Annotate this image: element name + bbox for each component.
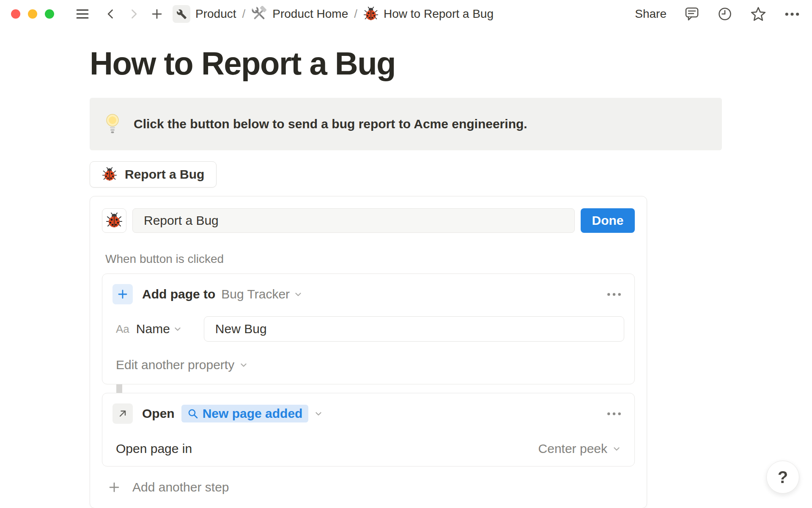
back-icon[interactable] (105, 8, 117, 20)
ladybug-icon (106, 212, 123, 229)
window-topbar: Product / Product Home / (0, 0, 812, 28)
breadcrumb-separator: / (353, 7, 358, 21)
breadcrumb-item-current-page[interactable]: How to Report a Bug (363, 6, 494, 22)
target-database-select[interactable]: Bug Tracker (221, 287, 302, 301)
step-menu-icon[interactable] (604, 409, 624, 419)
open-page-in-select[interactable]: Center peek (538, 442, 621, 456)
breadcrumb-label: How to Report a Bug (384, 7, 494, 21)
zoom-window-button[interactable] (45, 9, 54, 19)
help-button[interactable]: ? (766, 461, 799, 494)
sidebar-menu-icon[interactable] (75, 8, 90, 20)
arrow-up-right-icon (112, 403, 133, 424)
step-menu-icon[interactable] (604, 290, 624, 299)
page-title[interactable]: How to Report a Bug (90, 45, 812, 82)
trigger-label: When button is clicked (105, 252, 635, 266)
wrench-icon (173, 5, 190, 23)
chevron-down-icon (294, 290, 302, 298)
breadcrumb-separator: / (241, 7, 247, 21)
minimize-window-button[interactable] (28, 9, 37, 19)
step-action-label: Open (142, 406, 175, 421)
button-emoji-picker[interactable] (102, 208, 126, 233)
step-card-add-page: Add page to Bug Tracker Aa Name (102, 273, 635, 384)
step-action-label: Add page to (142, 287, 215, 301)
report-a-bug-button[interactable]: Report a Bug (90, 161, 217, 188)
chevron-down-icon (612, 444, 621, 453)
close-window-button[interactable] (11, 9, 20, 19)
favorite-star-icon[interactable] (750, 6, 766, 22)
breadcrumb-item-product-home[interactable]: Product Home (251, 6, 348, 22)
property-value-input[interactable] (204, 316, 624, 342)
breadcrumb-item-product[interactable]: Product (173, 5, 236, 23)
property-select[interactable]: Aa Name (116, 322, 182, 336)
step-connector (116, 384, 122, 393)
callout-block[interactable]: Click the button below to send a bug rep… (90, 98, 722, 150)
open-page-in-label: Open page in (116, 442, 192, 456)
forward-icon[interactable] (128, 8, 140, 20)
hammer-wrench-icon (251, 6, 267, 22)
callout-text: Click the button below to send a bug rep… (134, 117, 527, 131)
share-button[interactable]: Share (635, 7, 667, 21)
breadcrumb: Product / Product Home / (173, 5, 494, 23)
plus-icon (108, 481, 121, 494)
ladybug-icon (102, 167, 117, 182)
breadcrumb-label: Product (195, 7, 236, 21)
page-body: How to Report a Bug Click the button bel… (0, 45, 812, 508)
breadcrumb-label: Product Home (272, 7, 348, 21)
done-button[interactable]: Done (581, 208, 635, 233)
edit-another-property-button[interactable]: Edit another property (116, 358, 248, 372)
chevron-down-icon (239, 361, 248, 369)
search-icon (187, 408, 198, 419)
comments-icon[interactable] (684, 6, 700, 22)
add-another-step-button[interactable]: Add another step (108, 480, 229, 494)
step-card-open-page: Open New page added Ope (102, 393, 635, 467)
plus-icon (112, 284, 133, 304)
light-bulb-icon (104, 113, 121, 135)
report-a-bug-button-label: Report a Bug (125, 167, 204, 182)
open-target-page-select[interactable]: New page added (181, 405, 309, 422)
more-options-icon[interactable] (784, 11, 800, 17)
chevron-down-icon (173, 325, 182, 333)
chevron-down-icon (314, 409, 323, 418)
new-page-icon[interactable] (151, 8, 163, 20)
button-name-input[interactable] (132, 208, 575, 233)
text-property-icon: Aa (116, 323, 129, 336)
button-editor-panel: Done When button is clicked Add page to … (90, 196, 647, 508)
traffic-lights (11, 9, 54, 19)
history-clock-icon[interactable] (717, 6, 732, 22)
ladybug-icon (363, 6, 379, 22)
